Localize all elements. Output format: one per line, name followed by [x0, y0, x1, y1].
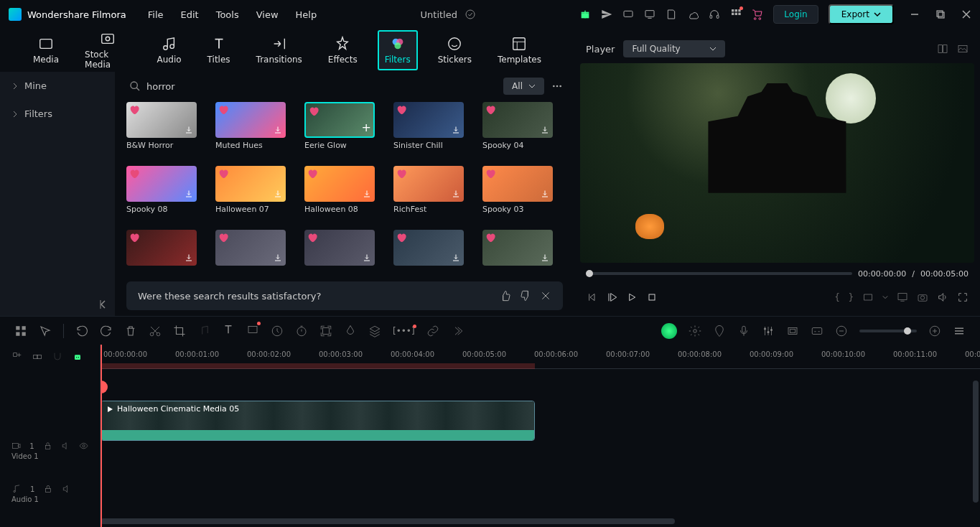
gear2-icon[interactable]: [689, 325, 701, 337]
color-icon[interactable]: [344, 325, 357, 337]
undo-icon[interactable]: [75, 325, 88, 337]
filter-card[interactable]: +Eerie Glow: [304, 102, 385, 157]
timer-icon[interactable]: [295, 325, 308, 337]
link-track-icon[interactable]: [32, 351, 43, 363]
filter-all-dropdown[interactable]: All: [503, 78, 544, 95]
menu-file[interactable]: File: [148, 9, 164, 20]
ai-badge[interactable]: [661, 323, 677, 339]
download-icon[interactable]: [363, 190, 373, 200]
filter-card[interactable]: [215, 230, 296, 276]
speed-icon[interactable]: [271, 325, 284, 337]
sidebar-item-mine[interactable]: Mine: [0, 72, 115, 100]
menu-tools[interactable]: Tools: [216, 9, 239, 20]
mute-icon[interactable]: [62, 484, 72, 494]
mixer-icon[interactable]: [762, 325, 775, 337]
preview-screen[interactable]: [580, 63, 974, 263]
stop-icon[interactable]: [646, 292, 658, 303]
download-icon[interactable]: [541, 126, 551, 136]
visibility-icon[interactable]: [79, 441, 88, 451]
menu-edit[interactable]: Edit: [181, 9, 199, 20]
download-icon[interactable]: [452, 253, 462, 264]
video-clip[interactable]: Halloween Cinematic Media 05: [101, 401, 535, 441]
maximize-icon[interactable]: [935, 9, 946, 19]
play-forward-icon[interactable]: [626, 292, 638, 303]
add-icon[interactable]: +: [362, 121, 371, 134]
delete-icon[interactable]: [124, 325, 137, 337]
thumbs-up-icon[interactable]: [500, 290, 511, 302]
minimize-icon[interactable]: [910, 9, 920, 19]
gift-icon[interactable]: [579, 9, 591, 20]
filter-card[interactable]: Halloween 08: [304, 166, 385, 221]
download-icon[interactable]: [274, 126, 284, 136]
menu-view[interactable]: View: [256, 9, 279, 20]
filter-card[interactable]: B&W Horror: [126, 102, 207, 157]
tab-media[interactable]: Media: [27, 32, 65, 69]
rect-icon[interactable]: [786, 325, 799, 337]
quality-dropdown[interactable]: Full Quality: [623, 40, 724, 57]
download-icon[interactable]: [185, 253, 195, 264]
overflow-icon[interactable]: [451, 325, 464, 337]
list-icon[interactable]: [953, 325, 966, 337]
download-icon[interactable]: [274, 190, 284, 200]
time-ruler[interactable]: 00:00:00:0000:00:01:0000:00:02:0000:00:0…: [101, 345, 980, 369]
monitor-icon[interactable]: [897, 292, 908, 303]
tab-audio[interactable]: Audio: [151, 32, 187, 69]
prev-frame-icon[interactable]: [586, 292, 597, 303]
more-icon-wrap[interactable]: [•••]: [393, 326, 415, 336]
music-icon[interactable]: [197, 325, 210, 337]
filter-card[interactable]: Spooky 08: [126, 166, 207, 221]
lock-icon[interactable]: [43, 484, 53, 494]
message-icon[interactable]: [622, 9, 634, 20]
lock-icon[interactable]: [43, 441, 52, 451]
volume-icon[interactable]: [937, 292, 948, 303]
filter-card[interactable]: Muted Hues: [215, 102, 296, 157]
add-track-icon[interactable]: [11, 351, 23, 363]
more-icon[interactable]: [551, 80, 563, 92]
rec-icon-wrap[interactable]: [246, 323, 259, 338]
tracking-icon[interactable]: [319, 325, 332, 337]
marker-icon[interactable]: [713, 325, 726, 337]
filter-card[interactable]: Spooky 04: [482, 102, 563, 157]
download-icon[interactable]: [363, 253, 373, 264]
horizontal-scrollbar[interactable]: [101, 518, 675, 524]
zoom-out-icon[interactable]: [835, 325, 848, 337]
sidebar-item-filters[interactable]: Filters: [0, 100, 115, 128]
camera-icon[interactable]: [917, 292, 928, 303]
headphones-icon[interactable]: [709, 9, 720, 20]
filter-card[interactable]: Spooky 03: [482, 166, 563, 221]
vertical-scrollbar[interactable]: [973, 381, 979, 503]
redo-icon[interactable]: [100, 325, 113, 337]
robot-icon[interactable]: [72, 351, 83, 363]
download-icon[interactable]: [541, 190, 551, 200]
grid-icon[interactable]: [14, 325, 27, 337]
aspect-icon[interactable]: [862, 292, 874, 303]
play-icon[interactable]: [606, 292, 617, 303]
login-button[interactable]: Login: [773, 5, 818, 24]
download-icon[interactable]: [541, 253, 551, 264]
filter-card[interactable]: RichFest: [393, 166, 474, 221]
cart-icon[interactable]: [752, 9, 763, 20]
tab-templates[interactable]: Templates: [492, 32, 547, 69]
bracket-in[interactable]: {: [835, 292, 840, 302]
select-icon[interactable]: [39, 325, 52, 337]
download-icon[interactable]: [185, 126, 195, 136]
apps-icon-wrap[interactable]: [730, 8, 742, 22]
text-icon-wrap[interactable]: [222, 323, 235, 338]
tab-titles[interactable]: Titles: [202, 32, 236, 69]
thumbs-down-icon[interactable]: [520, 290, 531, 302]
filter-card[interactable]: [482, 230, 563, 276]
download-icon[interactable]: [452, 126, 462, 136]
filter-card[interactable]: [393, 230, 474, 276]
zoom-slider[interactable]: [859, 330, 917, 332]
mic-icon[interactable]: [737, 325, 750, 337]
search-input[interactable]: [146, 81, 290, 92]
download-icon[interactable]: [452, 190, 462, 200]
filter-card[interactable]: [304, 230, 385, 276]
zoom-in-icon[interactable]: [928, 325, 941, 337]
time-slider[interactable]: [586, 272, 852, 275]
cloud-icon[interactable]: [687, 9, 699, 20]
send-icon[interactable]: [601, 9, 612, 20]
caption-icon[interactable]: [811, 325, 823, 337]
tab-transitions[interactable]: Transitions: [251, 32, 308, 69]
close-icon[interactable]: [961, 9, 971, 19]
